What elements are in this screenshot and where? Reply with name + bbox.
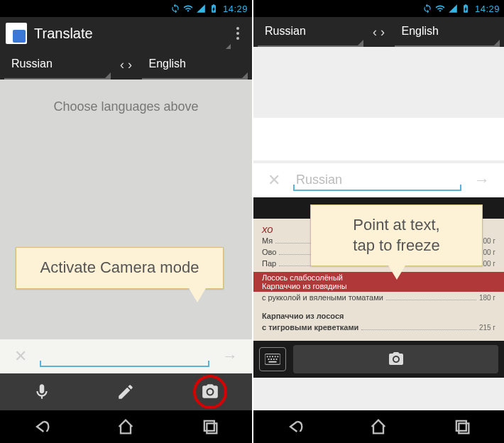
- system-nav-bar: [0, 410, 252, 443]
- home-button[interactable]: [368, 417, 388, 437]
- svg-rect-12: [269, 361, 277, 363]
- svg-rect-6: [275, 356, 276, 357]
- swap-languages-button[interactable]: ‹ ›: [111, 50, 142, 80]
- clear-input-button[interactable]: ✕: [261, 167, 287, 194]
- source-language-label: Russian: [265, 25, 306, 38]
- source-language-label: Russian: [11, 58, 53, 70]
- overflow-menu-button[interactable]: [229, 23, 246, 44]
- highlight-ring: [193, 375, 227, 409]
- signal-icon: [448, 4, 458, 13]
- camera-input-button[interactable]: [182, 378, 239, 406]
- status-bar: 14:29: [253, 0, 504, 17]
- svg-rect-8: [268, 359, 270, 360]
- back-button[interactable]: [285, 417, 305, 437]
- app-title[interactable]: Translate: [34, 26, 229, 42]
- svg-rect-7: [277, 356, 278, 357]
- back-button[interactable]: [32, 417, 52, 437]
- camera-shutter-button[interactable]: [293, 345, 498, 373]
- main-area: ✕ Russian → хо Мя200 гОво200 гПар200 г Л…: [253, 47, 504, 410]
- camera-action-bar: [253, 341, 504, 378]
- svg-rect-0: [204, 421, 214, 431]
- svg-rect-2: [265, 354, 280, 365]
- svg-rect-10: [273, 359, 275, 360]
- battery-icon: [461, 4, 471, 13]
- hint-text: Choose languages above: [0, 80, 252, 114]
- sync-icon: [170, 4, 180, 13]
- svg-rect-9: [270, 359, 272, 360]
- keyboard-icon: [265, 353, 280, 366]
- text-input[interactable]: [40, 346, 209, 367]
- mic-icon: [33, 383, 51, 401]
- action-bar: [0, 373, 252, 410]
- target-language-selector[interactable]: English: [142, 50, 248, 80]
- system-nav-bar: [253, 410, 504, 443]
- menu-highlight: Лосось слабосолёный Карпаччио из говядин…: [253, 272, 504, 292]
- translate-logo-icon[interactable]: [6, 23, 27, 44]
- camera-icon: [388, 351, 405, 368]
- status-bar: 14:29: [0, 0, 252, 17]
- text-input[interactable]: Russian: [293, 170, 461, 191]
- recents-button[interactable]: [200, 417, 220, 437]
- svg-rect-13: [456, 421, 466, 431]
- source-language-selector[interactable]: Russian: [258, 17, 363, 47]
- target-language-label: English: [149, 58, 186, 70]
- clear-input-button[interactable]: ✕: [7, 343, 34, 370]
- svg-rect-11: [276, 359, 278, 360]
- tooltip-line2: tap to freeze: [353, 236, 439, 254]
- phone-right: 14:29 Russian ‹ › English ✕ Russian → хо…: [252, 0, 504, 443]
- edit-icon: [116, 383, 135, 401]
- main-area: Choose languages above Activate Camera m…: [0, 80, 252, 410]
- target-language-selector[interactable]: English: [395, 17, 500, 47]
- home-button[interactable]: [116, 417, 136, 437]
- input-row: ✕ Russian →: [253, 163, 504, 197]
- translate-go-button[interactable]: →: [215, 343, 245, 370]
- phone-left: 14:29 Translate Russian ‹ › English Choo…: [0, 0, 252, 443]
- language-row: Russian ‹ › English: [0, 50, 252, 80]
- recents-button[interactable]: [452, 417, 472, 437]
- tooltip-camera: Activate Camera mode: [16, 247, 224, 289]
- translate-go-button[interactable]: →: [467, 167, 497, 194]
- svg-rect-14: [459, 423, 469, 433]
- sync-icon: [422, 4, 432, 13]
- tooltip-line1: Point at text,: [353, 216, 439, 234]
- signal-icon: [196, 4, 206, 13]
- wifi-icon: [183, 4, 193, 13]
- tooltip-freeze: Point at text, tap to freeze: [310, 204, 483, 266]
- battery-icon: [209, 4, 219, 13]
- svg-rect-1: [207, 423, 217, 433]
- svg-rect-4: [269, 356, 270, 357]
- swap-languages-button[interactable]: ‹ ›: [363, 17, 395, 47]
- keyboard-toggle-button[interactable]: [259, 347, 286, 371]
- svg-rect-5: [272, 356, 273, 357]
- input-row: ✕ →: [0, 339, 252, 373]
- status-time: 14:29: [475, 4, 500, 14]
- target-language-label: English: [402, 25, 439, 38]
- language-row: Russian ‹ › English: [253, 17, 504, 47]
- handwriting-input-button[interactable]: [97, 378, 154, 406]
- voice-input-button[interactable]: [13, 378, 70, 406]
- app-bar: Translate: [0, 17, 252, 50]
- wifi-icon: [435, 4, 445, 13]
- tooltip-text: Activate Camera mode: [40, 258, 199, 276]
- source-language-selector[interactable]: Russian: [4, 50, 111, 80]
- status-time: 14:29: [223, 4, 248, 14]
- input-placeholder: Russian: [293, 173, 342, 187]
- svg-rect-3: [267, 356, 268, 357]
